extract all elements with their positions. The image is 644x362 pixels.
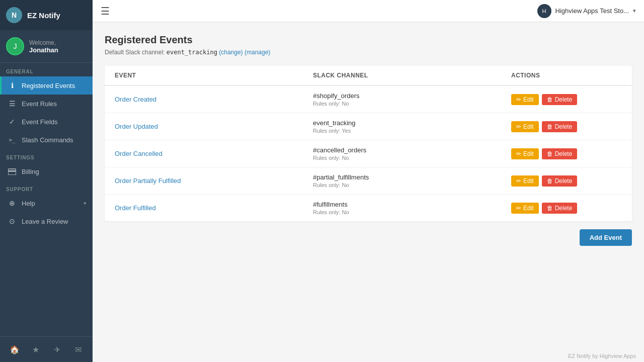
slack-channel: #fulfillments (313, 201, 511, 208)
info-icon: ℹ (8, 81, 17, 90)
page-title: Registered Events (105, 34, 632, 46)
sidebar-footer: 🏠 ★ ✈ ✉ (0, 336, 93, 362)
event-name[interactable]: Order Fulfilled (115, 204, 313, 212)
pencil-icon: ✏ (516, 150, 521, 157)
sidebar-item-label: Billing (22, 168, 87, 175)
event-name[interactable]: Order Created (115, 96, 313, 103)
rules-only: Rules only: No (313, 101, 511, 107)
pencil-icon: ✏ (516, 96, 521, 103)
footer: EZ Notify by Highview Apps (93, 350, 644, 362)
pencil-icon: ✏ (516, 177, 521, 185)
avatar: J (6, 37, 24, 55)
topbar: ☰ H Highview Apps Test Sto... ▾ (93, 0, 644, 22)
change-link[interactable]: (change) (219, 49, 243, 56)
sidebar-item-label: Event Fields (22, 118, 87, 126)
mail-icon[interactable]: ✉ (70, 342, 86, 357)
actions-cell: ✏ Edit 🗑 Delete (511, 175, 622, 187)
sidebar-item-help[interactable]: ⊕ Help ▾ (0, 194, 93, 212)
header-slack-channel: Slack Channel (313, 72, 511, 79)
actions-cell: ✏ Edit 🗑 Delete (511, 203, 622, 214)
actions-cell: ✏ Edit 🗑 Delete (511, 121, 622, 132)
slash-icon: >_ (8, 135, 17, 144)
table-row: Order Created #shopify_orders Rules only… (105, 86, 632, 113)
sidebar-item-event-rules[interactable]: ☰ Event Rules (0, 95, 93, 113)
trash-icon: 🗑 (547, 123, 553, 130)
sidebar-item-slash-commands[interactable]: >_ Slash Commands (0, 131, 93, 149)
sidebar-item-billing[interactable]: Billing (0, 162, 93, 180)
settings-section-label: SETTINGS (0, 149, 93, 162)
table-header: Event Slack Channel Actions (105, 66, 632, 86)
store-chevron-icon[interactable]: ▾ (633, 8, 636, 14)
subtitle-prefix: Default Slack channel: (105, 49, 165, 56)
edit-button[interactable]: ✏ Edit (511, 148, 539, 159)
footer-text: EZ Notify by Highview Apps (568, 353, 636, 359)
slack-channel: #cancelled_orders (313, 146, 511, 154)
svg-rect-0 (8, 169, 16, 175)
welcome-text: Welcome, (29, 39, 58, 46)
sidebar-header: N EZ Notify (0, 0, 93, 30)
page-subtitle: Default Slack channel: event_tracking (c… (105, 49, 632, 56)
rules-only: Rules only: Yes (313, 128, 511, 134)
app-title: EZ Notify (27, 11, 60, 20)
add-event-button[interactable]: Add Event (580, 229, 632, 246)
content-area: Registered Events Default Slack channel:… (93, 22, 644, 350)
home-icon[interactable]: 🏠 (7, 342, 22, 357)
star-icon[interactable]: ★ (28, 342, 43, 357)
edit-button[interactable]: ✏ Edit (511, 203, 539, 214)
event-name[interactable]: Order Cancelled (115, 150, 313, 157)
actions-cell: ✏ Edit 🗑 Delete (511, 148, 622, 159)
default-channel: event_tracking (167, 49, 217, 56)
main-content: ☰ H Highview Apps Test Sto... ▾ Register… (93, 0, 644, 362)
list-icon: ☰ (8, 99, 17, 108)
delete-button[interactable]: 🗑 Delete (542, 121, 578, 132)
sidebar-item-label: Event Rules (22, 100, 87, 108)
table-row: Order Updated event_tracking Rules only:… (105, 113, 632, 140)
pencil-icon: ✏ (516, 205, 521, 212)
trash-icon: 🗑 (547, 150, 553, 157)
send-icon[interactable]: ✈ (49, 342, 64, 357)
help-icon: ⊕ (8, 199, 17, 208)
store-name: Highview Apps Test Sto... (555, 7, 629, 15)
event-name[interactable]: Order Partially Fulfilled (115, 177, 313, 185)
hamburger-menu-icon[interactable]: ☰ (101, 5, 110, 17)
sidebar-item-leave-review[interactable]: ⊙ Leave a Review (0, 212, 93, 230)
rules-only: Rules only: No (313, 155, 511, 161)
delete-button[interactable]: 🗑 Delete (542, 148, 578, 159)
edit-button[interactable]: ✏ Edit (511, 175, 539, 187)
sidebar-item-label: Registered Events (22, 82, 87, 89)
delete-button[interactable]: 🗑 Delete (542, 203, 578, 214)
sidebar: N EZ Notify J Welcome, Jonathan GENERAL … (0, 0, 93, 362)
pencil-icon: ✏ (516, 123, 521, 130)
rules-only: Rules only: No (313, 182, 511, 188)
header-event: Event (115, 72, 313, 79)
sidebar-item-label: Leave a Review (22, 218, 87, 225)
billing-icon (8, 167, 17, 176)
sidebar-item-label: Help (22, 200, 78, 207)
check-icon: ✓ (8, 117, 17, 126)
sidebar-item-registered-events[interactable]: ℹ Registered Events (0, 76, 93, 95)
trash-icon: 🗑 (547, 177, 553, 185)
svg-rect-1 (8, 170, 16, 172)
edit-button[interactable]: ✏ Edit (511, 121, 539, 132)
app-logo: N (6, 7, 22, 23)
edit-button[interactable]: ✏ Edit (511, 94, 539, 105)
event-name[interactable]: Order Updated (115, 123, 313, 130)
table-row: Order Fulfilled #fulfillments Rules only… (105, 195, 632, 221)
trash-icon: 🗑 (547, 96, 553, 103)
events-table: Event Slack Channel Actions Order Create… (105, 66, 632, 221)
support-section-label: SUPPORT (0, 180, 93, 194)
slack-channel: event_tracking (313, 119, 511, 127)
sidebar-item-label: Slash Commands (22, 136, 87, 144)
delete-button[interactable]: 🗑 Delete (542, 175, 578, 187)
trash-icon: 🗑 (547, 205, 553, 212)
actions-cell: ✏ Edit 🗑 Delete (511, 94, 622, 105)
sidebar-item-event-fields[interactable]: ✓ Event Fields (0, 113, 93, 131)
manage-link[interactable]: (manage) (245, 49, 270, 56)
table-row: Order Partially Fulfilled #partial_fulfi… (105, 167, 632, 195)
user-info: J Welcome, Jonathan (0, 30, 93, 63)
table-row: Order Cancelled #cancelled_orders Rules … (105, 140, 632, 167)
header-actions: Actions (511, 72, 622, 79)
general-section-label: GENERAL (0, 63, 93, 76)
review-icon: ⊙ (8, 217, 17, 226)
delete-button[interactable]: 🗑 Delete (542, 94, 578, 105)
